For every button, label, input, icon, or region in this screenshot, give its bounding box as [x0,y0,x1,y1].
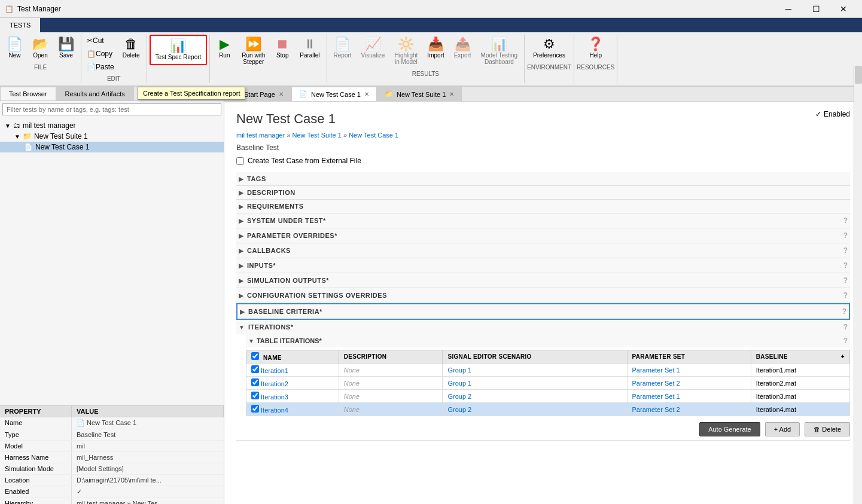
section-iterations-header[interactable]: ▼ ITERATIONS* ? [236,320,850,334]
stop-button[interactable]: ⏹ Stop [270,35,294,62]
external-file-checkbox[interactable] [236,157,244,165]
delete-button-iter[interactable]: 🗑 Delete [805,422,850,436]
start-page-close[interactable]: ✕ [279,91,284,97]
section-baseline-header[interactable]: ▶ BASELINE CRITERIA* ? [237,304,849,319]
import-button[interactable]: 📥 Import [423,35,448,62]
prop-val-hierarchy: mil test manager » New Tes... [72,498,224,504]
ribbon-group-environment: ⚙ Preferences ENVIRONMENT [525,35,574,83]
section-sim-header[interactable]: ▶ SIMULATION OUTPUTS* ? [236,273,850,288]
tree-item-root[interactable]: ▼ 🗂 mil test manager [0,120,224,131]
prop-name-location: Location [0,475,72,485]
iter2-checkbox[interactable] [251,378,259,386]
tab-results-artifacts[interactable]: Results and Artifacts [56,87,134,100]
section-description-arrow: ▶ [239,190,243,196]
section-sut-help: ? [843,216,848,225]
prop-val-harness: mil_Harness [72,452,224,463]
tree-item-suite1[interactable]: ▼ 📁 New Test Suite 1 [0,131,224,142]
section-description-title: DESCRIPTION [247,189,848,196]
minimize-button[interactable]: ─ [775,0,802,18]
iter1-description: None [339,364,443,377]
section-system-under-test: ▶ SYSTEM UNDER TEST* ? [236,213,850,228]
ribbon-group-run: ▶ Run ⏩ Run withStepper ⏹ Stop ⏸ Paralle… [210,35,327,83]
highlight-label: Highlightin Model [394,52,418,65]
tree-label-suite1: New Test Suite 1 [34,132,88,140]
section-description-header[interactable]: ▶ DESCRIPTION [236,186,850,199]
table-row[interactable]: Iteration4 None Group 2 Parameter Set 2 … [246,403,850,416]
test-spec-report-button[interactable]: 📊 Test Spec Report [150,35,208,65]
tab-test-case1[interactable]: 📄 New Test Case 1 ✕ [291,87,377,101]
section-tags-header[interactable]: ▶ TAGS [236,172,850,185]
paste-button[interactable]: 📄 Paste [84,61,117,73]
parallel-button[interactable]: ⏸ Parallel [296,35,324,62]
breadcrumb-link-root[interactable]: mil test manager [236,132,285,139]
delete-icon: 🗑 [124,38,138,51]
section-inputs-title: INPUTS* [247,262,843,269]
breadcrumb: mil test manager » New Test Suite 1 » Ne… [236,132,850,139]
section-config-arrow: ▶ [239,292,243,299]
filter-input[interactable] [2,103,221,115]
section-callbacks-header[interactable]: ▶ CALLBACKS ? [236,243,850,258]
iter1-checkbox[interactable] [251,365,259,373]
breadcrumb-link-case[interactable]: New Test Case 1 [349,132,398,139]
table-row[interactable]: Iteration2 None Group 1 Parameter Set 2 … [246,377,850,390]
help-button[interactable]: ❓ Help [583,35,608,62]
tree-item-case1[interactable]: 📄 New Test Case 1 [0,142,224,152]
prop-row-enabled: Enabled ✓ [0,486,224,498]
col-parameter-set: PARAMETER SET [627,350,751,364]
section-sut-arrow: ▶ [239,218,243,224]
section-requirements-header[interactable]: ▶ REQUIREMENTS [236,200,850,213]
help-label: Help [589,52,602,59]
section-inputs-header[interactable]: ▶ INPUTS* ? [236,258,850,273]
cut-button[interactable]: ✂ Cut [84,35,117,47]
iter4-name: Iteration4 [246,403,339,416]
highlight-button[interactable]: 🔆 Highlightin Model [390,35,422,68]
iter1-signal: Group 1 [443,364,627,377]
section-param-help: ? [843,231,848,240]
visualize-button[interactable]: 📈 Visualize [357,35,389,62]
section-param-overrides: ▶ PARAMETER OVERRIDES* ? [236,228,850,243]
cut-label: Cut [93,36,104,45]
open-button[interactable]: 📂 Open [28,35,53,62]
breadcrumb-link-suite[interactable]: New Test Suite 1 [293,132,342,139]
run-stepper-button[interactable]: ⏩ Run withStepper [237,35,269,68]
export-button[interactable]: 📤 Export [450,35,476,62]
table-iterations-header[interactable]: ▼ TABLE ITERATIONS* ? [246,334,850,347]
preferences-button[interactable]: ⚙ Preferences [529,35,569,62]
add-button[interactable]: + Add [765,422,800,436]
scrollbar-thumb[interactable] [855,66,862,84]
test-suite1-tab-label: New Test Suite 1 [397,91,446,98]
tab-test-browser[interactable]: Test Browser [0,87,56,100]
section-sim-title: SIMULATION OUTPUTS* [247,277,843,284]
section-config-header[interactable]: ▶ CONFIGURATION SETTINGS OVERRIDES ? [236,288,850,303]
open-icon: 📂 [32,38,48,51]
iter3-checkbox[interactable] [251,392,259,399]
close-button[interactable]: ✕ [830,0,857,18]
model-testing-button[interactable]: 📊 Model TestingDashboard [477,35,522,68]
table-row[interactable]: Iteration1 None Group 1 Parameter Set 1 … [246,364,850,377]
iter4-checkbox[interactable] [251,405,259,413]
new-button[interactable]: 📄 New [2,35,27,62]
doc-case1-icon: 📄 [24,143,33,151]
tab-test-suite1[interactable]: 📁 New Test Suite 1 ✕ [377,87,462,101]
section-param-header[interactable]: ▶ PARAMETER OVERRIDES* ? [236,228,850,243]
results-group-label: RESULTS [412,69,439,78]
delete-button[interactable]: 🗑 Delete [118,35,144,62]
copy-button[interactable]: 📋 Copy [84,48,117,60]
report-button[interactable]: 📄 Report [330,35,356,62]
add-col-btn[interactable]: + [841,353,845,360]
ribbon-group-test-spec: 📊 Test Spec Report [147,35,211,83]
ribbon-tab-tests[interactable]: TESTS [0,18,40,32]
test-case1-tab-icon: 📄 [299,90,307,98]
test-case1-close[interactable]: ✕ [364,91,369,97]
save-button[interactable]: 💾 Save [54,35,78,62]
select-all-checkbox[interactable] [251,352,259,360]
right-scrollbar[interactable] [854,66,862,504]
page-title: New Test Case 1 [236,111,850,127]
auto-generate-button[interactable]: Auto Generate [699,422,760,436]
run-button[interactable]: ▶ Run [212,35,236,62]
section-sut-header[interactable]: ▶ SYSTEM UNDER TEST* ? [236,213,850,228]
table-row[interactable]: Iteration3 None Group 2 Parameter Set 1 … [246,390,850,403]
test-suite1-close[interactable]: ✕ [449,91,454,97]
folder-root-icon: 🗂 [13,121,20,130]
maximize-button[interactable]: ☐ [802,0,830,18]
